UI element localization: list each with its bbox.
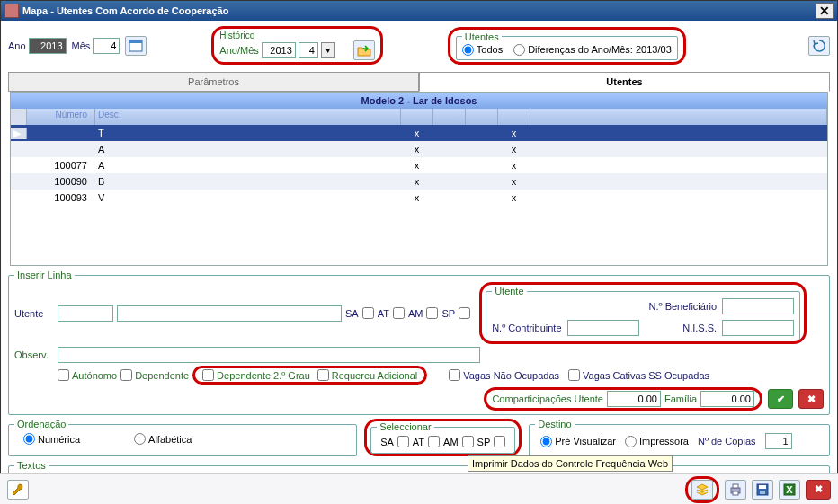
utente-box-fieldset: Utente N.º Beneficiário N.º Contribuinte… [486,286,800,340]
nbenef-input[interactable] [722,298,794,314]
ano-input[interactable] [29,38,67,54]
close-button[interactable]: ✕ [816,3,834,19]
at-label: AT [378,308,389,319]
historico-dropdown[interactable]: ▼ [321,42,335,58]
print-button[interactable] [725,480,746,500]
utente-code-input[interactable] [58,305,113,322]
niss-input[interactable] [722,320,794,336]
row-sp: x [498,160,530,171]
at-checkbox[interactable] [393,307,405,319]
svg-rect-6 [759,485,766,489]
row-name: B [95,176,401,187]
sel-sa-checkbox[interactable] [397,436,409,447]
filter-dif-radio[interactable]: Diferenças do Ano/Mês: 2013/03 [513,44,672,56]
textos-legend: Textos [14,460,49,471]
sel-sp-checkbox[interactable] [494,436,505,447]
grid-header-rest[interactable] [530,109,827,125]
compart-familia-input[interactable] [700,391,754,407]
exit-button[interactable]: ✖ [806,480,831,500]
row-sp: x [498,128,530,138]
wrench-icon [11,482,25,497]
grid-header-at[interactable] [433,109,466,125]
nbenef-label: N.º Beneficiário [649,301,718,312]
ordenacao-fieldset: Ordenação Numérica Alfabética [8,419,357,456]
autonomo-checkbox[interactable]: Autónomo [58,369,117,381]
printer-icon [728,482,743,497]
excel-icon: X [782,482,797,497]
sel-sp-label: SP [477,437,491,447]
compart-utente-input[interactable] [607,391,661,407]
reqadic-checkbox[interactable]: Requereu Adicional [317,369,417,381]
niss-label: N.I.S.S. [682,323,717,333]
sp-checkbox[interactable] [459,307,470,319]
dep2-checkbox[interactable]: Dependente 2.º Grau [202,369,310,381]
historico-ano-input[interactable] [262,42,296,58]
table-row[interactable]: 100090Bxx [11,173,827,190]
save-button[interactable] [752,480,773,500]
grid-header-numero[interactable]: Número [27,109,95,125]
historico-fieldset: Histórico Ano/Mês ▼ [219,31,374,60]
ncontrib-input[interactable] [567,320,639,336]
copias-input[interactable] [765,433,792,449]
titlebar: Mapa - Utentes Com Acordo de Cooperação … [1,1,837,21]
row-sa: x [401,192,433,203]
ncontrib-label: N.º Contribuinte [492,323,561,333]
cancel-button[interactable]: ✖ [798,389,824,409]
tooltip: Imprimir Dados do Controle Frequência We… [468,455,673,472]
row-sp: x [498,176,530,187]
row-name: A [95,144,401,155]
dest-imp-radio[interactable]: Impressora [625,436,689,447]
mes-input[interactable] [93,38,120,54]
data-grid: Modelo 2 - Lar de Idosos Número Desc. ▶T… [10,92,828,266]
historico-load-button[interactable] [353,40,375,60]
seleccionar-legend: Seleccionar [377,421,433,432]
utente-name-input[interactable] [117,305,342,322]
grid-header-sp[interactable] [498,109,530,125]
refresh-button[interactable] [808,36,830,56]
sel-am-checkbox[interactable] [462,436,474,447]
anomes-label: Ano/Mês [219,45,258,56]
sel-at-checkbox[interactable] [428,436,440,447]
am-checkbox[interactable] [426,307,438,319]
calendar-icon [129,39,143,53]
wrench-button[interactable] [7,480,29,500]
grid-body[interactable]: ▶TxxAxx100077Axx100090Bxx100093Vxx [11,125,827,265]
ordenacao-legend: Ordenação [14,419,68,429]
highlight-compart: Comparticipações Utente Família [484,387,762,411]
calendar-button[interactable] [125,36,147,56]
tab-parametros[interactable]: Parâmetros [8,72,419,92]
row-sp: x [498,144,530,155]
dependente-checkbox[interactable]: Dependente [120,369,189,381]
grid-header-desc[interactable]: Desc. [95,109,401,125]
row-sp: x [498,192,530,203]
refresh-icon [812,39,826,53]
seleccionar-fieldset: Seleccionar SA AT AM SP [370,421,515,454]
historico-mes-input[interactable] [299,42,318,58]
tab-utentes[interactable]: Utentes [419,72,830,92]
tab-bar: Parâmetros Utentes [8,72,830,92]
ord-alfa-radio[interactable]: Alfabética [134,433,192,445]
grid-header-am[interactable] [466,109,498,125]
table-row[interactable]: 100093Vxx [11,190,827,206]
grid-header-sa[interactable] [401,109,433,125]
grid-title: Modelo 2 - Lar de Idosos [11,93,827,109]
ord-numerica-radio[interactable]: Numérica [23,433,80,445]
table-row[interactable]: ▶Txx [11,125,827,141]
vagas-nao-checkbox[interactable]: Vagas Não Ocupadas [449,369,559,381]
vagas-cativas-checkbox[interactable]: Vagas Cativas SS Ocupadas [568,369,709,381]
am-label: AM [408,308,423,319]
historico-legend: Histórico [219,31,374,40]
web-upload-button[interactable] [691,480,713,500]
dest-pre-radio[interactable]: Pré Visualizar [540,436,616,447]
sa-checkbox[interactable] [362,307,374,319]
table-row[interactable]: Axx [11,141,827,157]
observ-input[interactable] [58,347,480,363]
filter-todos-radio[interactable]: Todos [462,44,503,56]
svg-rect-3 [733,484,738,488]
row-name: T [95,128,401,138]
grid-header-handle [11,109,27,125]
bottom-toolbar: X ✖ [0,473,838,504]
table-row[interactable]: 100077Axx [11,157,827,173]
confirm-button[interactable]: ✔ [768,389,793,409]
excel-button[interactable]: X [779,480,800,500]
